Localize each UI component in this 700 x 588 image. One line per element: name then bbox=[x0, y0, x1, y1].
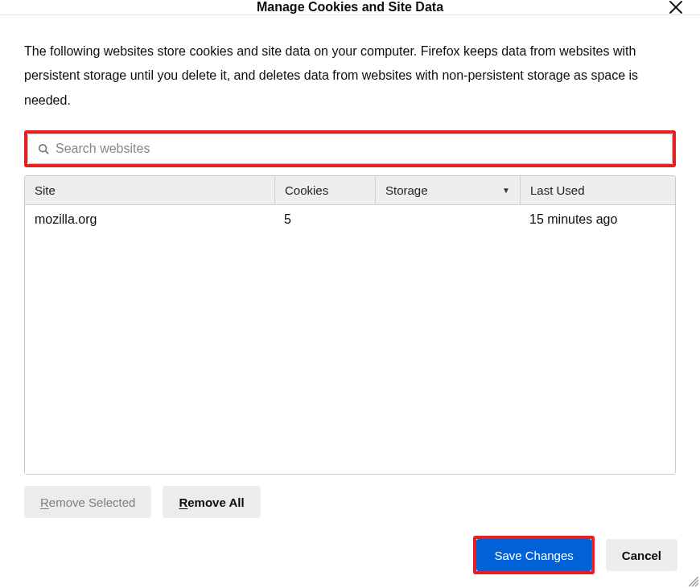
search-field[interactable] bbox=[27, 134, 673, 164]
column-cookies[interactable]: Cookies bbox=[274, 176, 375, 204]
dialog-description: The following websites store cookies and… bbox=[24, 39, 676, 113]
save-highlight: Save Changes bbox=[473, 536, 594, 574]
cancel-button[interactable]: Cancel bbox=[606, 539, 677, 571]
remove-selected-button: Remove Selected bbox=[24, 486, 151, 518]
remove-all-button[interactable]: Remove All bbox=[163, 486, 260, 518]
remove-all-rest: emove All bbox=[187, 495, 244, 509]
resize-grip[interactable] bbox=[686, 574, 698, 586]
cell-cookies: 5 bbox=[274, 212, 375, 227]
column-storage-label: Storage bbox=[385, 183, 428, 197]
column-last-used[interactable]: Last Used bbox=[520, 176, 675, 204]
close-button[interactable] bbox=[666, 0, 686, 17]
sites-table: Site Cookies Storage ▼ Last Used mozilla… bbox=[24, 175, 676, 475]
search-icon bbox=[38, 143, 49, 154]
column-last-used-label: Last Used bbox=[530, 183, 585, 197]
remove-selected-accel: R bbox=[40, 495, 49, 509]
close-icon bbox=[669, 0, 683, 14]
sort-indicator-icon: ▼ bbox=[502, 186, 510, 195]
remove-all-accel: R bbox=[179, 495, 187, 509]
remove-selected-rest: emove Selected bbox=[49, 495, 136, 509]
column-site[interactable]: Site bbox=[25, 176, 274, 204]
svg-point-2 bbox=[39, 145, 47, 152]
search-highlight bbox=[24, 130, 676, 167]
save-changes-button[interactable]: Save Changes bbox=[476, 539, 591, 571]
column-cookies-label: Cookies bbox=[285, 183, 328, 197]
titlebar: Manage Cookies and Site Data bbox=[0, 0, 700, 15]
cell-last-used: 15 minutes ago bbox=[520, 212, 675, 227]
table-body: mozilla.org 5 15 minutes ago bbox=[25, 205, 675, 474]
column-site-label: Site bbox=[35, 183, 56, 197]
manage-cookies-dialog: Manage Cookies and Site Data The followi… bbox=[0, 0, 700, 588]
cell-site: mozilla.org bbox=[25, 212, 274, 227]
column-storage[interactable]: Storage ▼ bbox=[375, 176, 520, 204]
svg-line-5 bbox=[692, 580, 698, 586]
search-input[interactable] bbox=[56, 134, 662, 163]
svg-line-6 bbox=[695, 583, 698, 586]
table-row[interactable]: mozilla.org 5 15 minutes ago bbox=[25, 205, 675, 234]
dialog-title: Manage Cookies and Site Data bbox=[257, 0, 443, 14]
resize-grip-icon bbox=[686, 574, 698, 586]
svg-line-3 bbox=[46, 151, 49, 154]
table-header: Site Cookies Storage ▼ Last Used bbox=[25, 176, 675, 205]
dialog-footer: Save Changes Cancel bbox=[0, 526, 700, 588]
